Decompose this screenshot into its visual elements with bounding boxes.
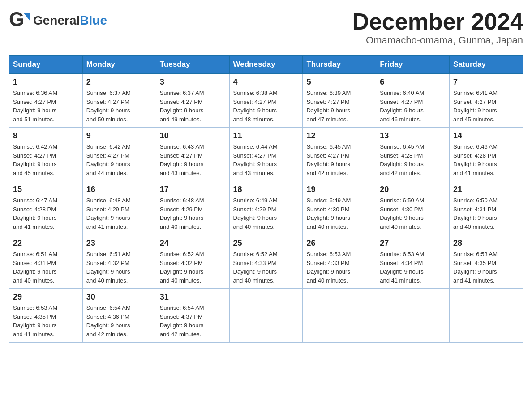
day-number: 29 (13, 292, 79, 302)
day-info: Sunrise: 6:36 AMSunset: 4:27 PMDaylight:… (13, 89, 79, 124)
day-number: 10 (160, 131, 226, 141)
day-number: 13 (380, 131, 446, 141)
day-number: 28 (453, 239, 519, 248)
logo-blue-text: Blue (80, 13, 107, 27)
day-number: 9 (86, 131, 152, 141)
day-info: Sunrise: 6:46 AMSunset: 4:28 PMDaylight:… (453, 142, 519, 177)
calendar-cell: 21Sunrise: 6:50 AMSunset: 4:31 PMDayligh… (450, 181, 523, 235)
calendar-cell: 13Sunrise: 6:45 AMSunset: 4:28 PMDayligh… (376, 128, 450, 181)
calendar-cell: 19Sunrise: 6:49 AMSunset: 4:30 PMDayligh… (303, 181, 376, 235)
day-number: 12 (306, 131, 372, 141)
day-number: 1 (13, 77, 79, 87)
page-header: G GeneralBlue December 2024 Omamacho-oma… (9, 9, 523, 46)
header-friday: Friday (376, 56, 450, 74)
calendar-cell: 2Sunrise: 6:37 AMSunset: 4:27 PMDaylight… (82, 74, 156, 128)
calendar-week-4: 22Sunrise: 6:51 AMSunset: 4:31 PMDayligh… (9, 235, 523, 289)
header-monday: Monday (82, 56, 156, 74)
day-info: Sunrise: 6:38 AMSunset: 4:27 PMDaylight:… (233, 89, 299, 124)
calendar-week-2: 8Sunrise: 6:42 AMSunset: 4:27 PMDaylight… (9, 128, 523, 181)
day-number: 11 (233, 131, 299, 141)
calendar-cell: 30Sunrise: 6:54 AMSunset: 4:36 PMDayligh… (82, 289, 156, 342)
svg-marker-1 (23, 13, 30, 21)
calendar-cell: 20Sunrise: 6:50 AMSunset: 4:30 PMDayligh… (376, 181, 450, 235)
day-info: Sunrise: 6:53 AMSunset: 4:35 PMDaylight:… (13, 304, 79, 338)
day-info: Sunrise: 6:45 AMSunset: 4:27 PMDaylight:… (306, 142, 372, 177)
day-info: Sunrise: 6:51 AMSunset: 4:31 PMDaylight:… (13, 250, 79, 285)
day-info: Sunrise: 6:52 AMSunset: 4:33 PMDaylight:… (233, 250, 299, 285)
day-info: Sunrise: 6:44 AMSunset: 4:27 PMDaylight:… (233, 142, 299, 177)
calendar-cell: 9Sunrise: 6:42 AMSunset: 4:27 PMDaylight… (82, 128, 156, 181)
calendar-cell: 15Sunrise: 6:47 AMSunset: 4:28 PMDayligh… (9, 181, 83, 235)
day-number: 15 (13, 185, 79, 194)
header-thursday: Thursday (303, 56, 376, 74)
calendar-cell: 11Sunrise: 6:44 AMSunset: 4:27 PMDayligh… (229, 128, 303, 181)
calendar-cell: 10Sunrise: 6:43 AMSunset: 4:27 PMDayligh… (156, 128, 229, 181)
day-number: 5 (306, 77, 372, 87)
day-number: 16 (86, 185, 152, 194)
day-info: Sunrise: 6:48 AMSunset: 4:29 PMDaylight:… (86, 196, 152, 231)
day-info: Sunrise: 6:45 AMSunset: 4:28 PMDaylight:… (380, 142, 446, 177)
day-info: Sunrise: 6:37 AMSunset: 4:27 PMDaylight:… (86, 89, 152, 124)
calendar-cell: 23Sunrise: 6:51 AMSunset: 4:32 PMDayligh… (82, 235, 156, 289)
calendar-cell: 3Sunrise: 6:37 AMSunset: 4:27 PMDaylight… (156, 74, 229, 128)
calendar-cell: 26Sunrise: 6:53 AMSunset: 4:33 PMDayligh… (303, 235, 376, 289)
calendar-week-3: 15Sunrise: 6:47 AMSunset: 4:28 PMDayligh… (9, 181, 523, 235)
calendar-cell (376, 289, 450, 342)
calendar-week-1: 1Sunrise: 6:36 AMSunset: 4:27 PMDaylight… (9, 74, 523, 128)
day-number: 17 (160, 185, 226, 194)
header-sunday: Sunday (9, 56, 83, 74)
calendar-cell: 16Sunrise: 6:48 AMSunset: 4:29 PMDayligh… (82, 181, 156, 235)
day-number: 18 (233, 185, 299, 194)
day-info: Sunrise: 6:52 AMSunset: 4:32 PMDaylight:… (160, 250, 226, 285)
day-info: Sunrise: 6:42 AMSunset: 4:27 PMDaylight:… (13, 142, 79, 177)
header-saturday: Saturday (450, 56, 523, 74)
calendar-cell: 24Sunrise: 6:52 AMSunset: 4:32 PMDayligh… (156, 235, 229, 289)
calendar-table: SundayMondayTuesdayWednesdayThursdayFrid… (9, 55, 523, 342)
calendar-cell: 8Sunrise: 6:42 AMSunset: 4:27 PMDaylight… (9, 128, 83, 181)
calendar-cell: 29Sunrise: 6:53 AMSunset: 4:35 PMDayligh… (9, 289, 83, 342)
day-number: 2 (86, 77, 152, 87)
calendar-cell: 28Sunrise: 6:53 AMSunset: 4:35 PMDayligh… (450, 235, 523, 289)
logo: G GeneralBlue (9, 9, 107, 32)
header-wednesday: Wednesday (229, 56, 303, 74)
calendar-cell: 4Sunrise: 6:38 AMSunset: 4:27 PMDaylight… (229, 74, 303, 128)
day-info: Sunrise: 6:48 AMSunset: 4:29 PMDaylight:… (160, 196, 226, 231)
calendar-cell: 17Sunrise: 6:48 AMSunset: 4:29 PMDayligh… (156, 181, 229, 235)
day-info: Sunrise: 6:41 AMSunset: 4:27 PMDaylight:… (453, 89, 519, 124)
day-number: 23 (86, 239, 152, 248)
calendar-cell (229, 289, 303, 342)
month-title: December 2024 (352, 9, 523, 34)
day-number: 3 (160, 77, 226, 87)
svg-text:G: G (9, 9, 24, 30)
calendar-cell: 18Sunrise: 6:49 AMSunset: 4:29 PMDayligh… (229, 181, 303, 235)
day-info: Sunrise: 6:51 AMSunset: 4:32 PMDaylight:… (86, 250, 152, 285)
logo-icon: G (9, 9, 30, 32)
calendar-week-5: 29Sunrise: 6:53 AMSunset: 4:35 PMDayligh… (9, 289, 523, 342)
calendar-cell: 6Sunrise: 6:40 AMSunset: 4:27 PMDaylight… (376, 74, 450, 128)
logo-general-text: General (33, 13, 80, 27)
day-number: 25 (233, 239, 299, 248)
day-number: 30 (86, 292, 152, 302)
day-info: Sunrise: 6:53 AMSunset: 4:33 PMDaylight:… (306, 250, 372, 285)
day-number: 6 (380, 77, 446, 87)
day-info: Sunrise: 6:43 AMSunset: 4:27 PMDaylight:… (160, 142, 226, 177)
day-number: 27 (380, 239, 446, 248)
day-number: 4 (233, 77, 299, 87)
title-block: December 2024 Omamacho-omama, Gunma, Jap… (352, 9, 523, 46)
day-number: 22 (13, 239, 79, 248)
day-number: 21 (453, 185, 519, 194)
day-info: Sunrise: 6:37 AMSunset: 4:27 PMDaylight:… (160, 89, 226, 124)
calendar-cell (450, 289, 523, 342)
day-number: 26 (306, 239, 372, 248)
day-info: Sunrise: 6:49 AMSunset: 4:30 PMDaylight:… (306, 196, 372, 231)
calendar-header-row: SundayMondayTuesdayWednesdayThursdayFrid… (9, 56, 523, 74)
day-info: Sunrise: 6:42 AMSunset: 4:27 PMDaylight:… (86, 142, 152, 177)
calendar-cell: 22Sunrise: 6:51 AMSunset: 4:31 PMDayligh… (9, 235, 83, 289)
day-info: Sunrise: 6:40 AMSunset: 4:27 PMDaylight:… (380, 89, 446, 124)
day-info: Sunrise: 6:50 AMSunset: 4:31 PMDaylight:… (453, 196, 519, 231)
day-number: 8 (13, 131, 79, 141)
day-number: 14 (453, 131, 519, 141)
location-subtitle: Omamacho-omama, Gunma, Japan (352, 34, 523, 46)
day-number: 20 (380, 185, 446, 194)
calendar-cell: 31Sunrise: 6:54 AMSunset: 4:37 PMDayligh… (156, 289, 229, 342)
